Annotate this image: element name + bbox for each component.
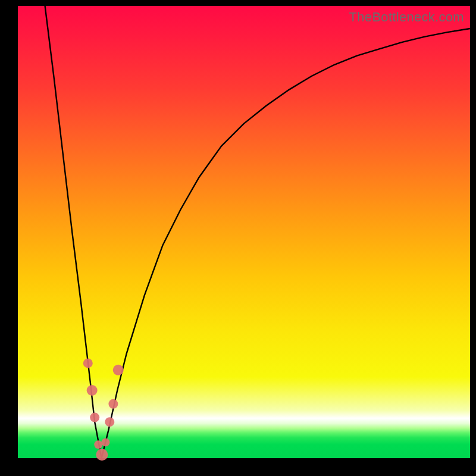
marker-dot: [108, 399, 118, 409]
marker-dot: [94, 440, 102, 449]
curve-layer: [18, 6, 470, 458]
marker-dot: [87, 385, 98, 396]
bottleneck-curve: [45, 6, 470, 458]
marker-dot: [90, 413, 99, 422]
plot-area: TheBottleneck.com: [18, 6, 470, 458]
marker-dot: [96, 449, 108, 461]
marker-dot: [101, 438, 109, 446]
marker-dot: [113, 365, 124, 375]
marker-dot: [105, 417, 114, 427]
marker-dot: [83, 358, 93, 368]
chart-frame: TheBottleneck.com: [0, 0, 476, 476]
